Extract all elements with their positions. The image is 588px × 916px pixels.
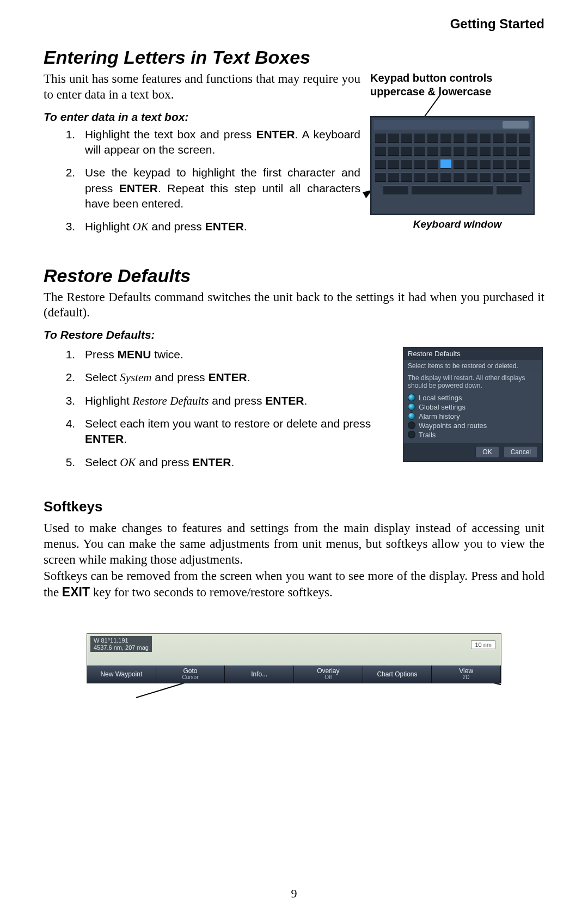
sec3-p1: Used to make changes to features and set… bbox=[44, 521, 544, 567]
text: ENTER bbox=[85, 432, 124, 445]
sec2-step2: Select System and press ENTER. bbox=[78, 370, 392, 385]
radio-icon bbox=[408, 394, 415, 401]
softkey-label: Chart Options bbox=[377, 671, 418, 678]
sec2-step1: Press MENU twice. bbox=[78, 347, 392, 362]
radio-icon bbox=[408, 431, 415, 438]
softkey-sublabel: Off bbox=[324, 675, 332, 681]
dialog-item[interactable]: Global settings bbox=[408, 402, 538, 412]
text: 4537.6 nm, 207 mag bbox=[94, 644, 149, 651]
sec1-step1: Highlight the text box and press ENTER. … bbox=[78, 127, 360, 158]
text: OK bbox=[120, 456, 136, 469]
text: key for two seconds to remove/restore so… bbox=[90, 585, 333, 599]
text: Highlight the text box and press bbox=[85, 128, 256, 141]
dialog-subtitle: Select items to be restored or deleted. bbox=[403, 360, 542, 372]
sec1-intro: This unit has some features and function… bbox=[44, 71, 360, 103]
text: Highlight bbox=[85, 394, 133, 407]
text: OK bbox=[133, 220, 149, 233]
keyboard-window bbox=[370, 116, 535, 215]
sec3-p2: Softkeys can be removed from the screen … bbox=[44, 569, 544, 601]
dialog-item-label: Waypoints and routes bbox=[419, 422, 487, 430]
text: and press bbox=[152, 371, 209, 383]
text: Select bbox=[85, 371, 120, 383]
radio-icon bbox=[408, 403, 415, 411]
dialog-item[interactable]: Trails bbox=[408, 430, 538, 439]
sec2-intro: The Restore Defaults command switches th… bbox=[44, 290, 544, 321]
text: System bbox=[120, 371, 151, 384]
dialog-note: The display will restart. All other disp… bbox=[403, 372, 542, 392]
sec1-step2: Use the keypad to highlight the first ch… bbox=[78, 165, 360, 211]
chart-map: W 81°11.191 4537.6 nm, 207 mag 10 nm bbox=[87, 634, 501, 667]
text: . bbox=[231, 456, 234, 468]
dialog-item-label: Local settings bbox=[419, 394, 462, 402]
text: Highlight bbox=[85, 220, 133, 233]
dialog-item[interactable]: Local settings bbox=[408, 393, 538, 402]
page-number: 9 bbox=[0, 887, 588, 901]
heading-entering-letters: Entering Letters in Text Boxes bbox=[44, 47, 544, 68]
coords-overlay: W 81°11.191 4537.6 nm, 207 mag bbox=[90, 636, 152, 652]
dialog-item-label: Trails bbox=[419, 431, 436, 439]
text: . bbox=[124, 432, 127, 445]
text: . bbox=[244, 220, 247, 233]
dialog-title: Restore Defaults bbox=[403, 347, 542, 360]
sec2-step3: Highlight Restore Defaults and press ENT… bbox=[78, 393, 392, 408]
softkey-button[interactable]: View2D bbox=[432, 665, 501, 683]
restore-defaults-dialog: Restore Defaults Select items to be rest… bbox=[403, 347, 543, 462]
text: ENTER bbox=[205, 220, 244, 233]
heading-restore-defaults: Restore Defaults bbox=[44, 265, 544, 286]
text: and press bbox=[209, 394, 265, 407]
text: Select bbox=[85, 456, 120, 468]
text: and press bbox=[149, 220, 205, 233]
section-header: Getting Started bbox=[44, 16, 544, 32]
keyboard-caption: Keyboard window bbox=[370, 218, 544, 230]
dialog-item-label: Global settings bbox=[419, 403, 465, 411]
sec2-subhead: To Restore Defaults: bbox=[44, 328, 544, 341]
sec2-step4: Select each item you want to restore or … bbox=[78, 416, 392, 447]
softkey-button[interactable]: Chart Options bbox=[363, 665, 432, 683]
text: ENTER bbox=[265, 394, 304, 407]
sec1-subhead: To enter data in a text box: bbox=[44, 111, 360, 124]
softkeys-bar: W 81°11.191 4537.6 nm, 207 mag 10 nm New… bbox=[87, 633, 501, 683]
text: . bbox=[304, 394, 307, 407]
text: MENU bbox=[118, 348, 151, 361]
dialog-ok-button[interactable]: OK bbox=[475, 446, 499, 458]
softkey-button[interactable]: GotoCursor bbox=[156, 665, 225, 683]
radio-icon bbox=[408, 422, 415, 429]
softkey-button[interactable]: Info... bbox=[225, 665, 294, 683]
text: and press bbox=[136, 456, 192, 468]
softkey-label: New Waypoint bbox=[100, 671, 142, 678]
text: Restore Defaults bbox=[133, 394, 209, 407]
text: ENTER bbox=[119, 182, 158, 194]
text: ENTER bbox=[192, 456, 231, 468]
dialog-item-label: Alarm history bbox=[419, 412, 460, 420]
heading-softkeys: Softkeys bbox=[44, 498, 544, 515]
text: ENTER bbox=[256, 128, 295, 141]
dialog-item[interactable]: Alarm history bbox=[408, 412, 538, 421]
sec1-step3: Highlight OK and press ENTER. bbox=[78, 219, 360, 234]
text: . bbox=[247, 371, 250, 383]
sec2-step5: Select OK and press ENTER. bbox=[78, 455, 392, 470]
softkey-button[interactable]: New Waypoint bbox=[87, 665, 156, 683]
text: Select each item you want to restore or … bbox=[85, 417, 371, 430]
text: twice. bbox=[151, 348, 183, 361]
radio-icon bbox=[408, 412, 415, 420]
text: ENTER bbox=[208, 371, 247, 383]
text: W 81°11.191 bbox=[94, 637, 149, 644]
softkey-sublabel: Cursor bbox=[182, 675, 199, 681]
text: Press bbox=[85, 348, 118, 361]
dialog-cancel-button[interactable]: Cancel bbox=[504, 446, 538, 458]
softkey-button[interactable]: OverlayOff bbox=[294, 665, 363, 683]
keypad-callout: Keypad button controls uppercase & lower… bbox=[370, 71, 544, 99]
scale-chip: 10 nm bbox=[471, 640, 495, 649]
text: EXIT bbox=[62, 585, 90, 599]
dialog-item[interactable]: Waypoints and routes bbox=[408, 421, 538, 430]
softkey-sublabel: 2D bbox=[463, 675, 470, 681]
softkey-label: Info... bbox=[251, 671, 267, 678]
